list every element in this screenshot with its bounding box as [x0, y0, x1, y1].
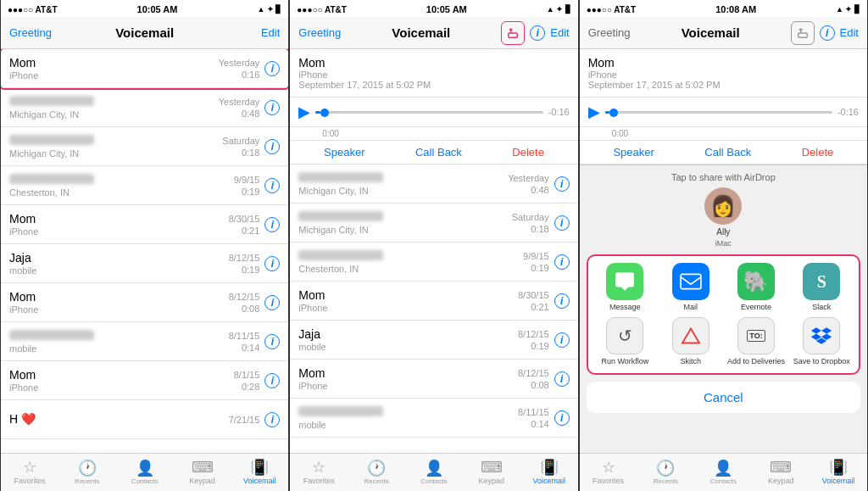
info-icon[interactable]: i [554, 215, 570, 231]
tab-voicemail-1[interactable]: 📳 Voicemail [231, 454, 288, 491]
speaker-button-3[interactable]: Speaker [613, 146, 654, 159]
share-app-message[interactable]: Message [595, 263, 655, 312]
voicemail-item-h[interactable]: H ❤️ 7/21/15 i [1, 400, 288, 439]
callback-button-3[interactable]: Call Back [704, 146, 751, 159]
share-app-deliveries[interactable]: TO: Add to Deliveries [726, 317, 786, 366]
tab-favorites-1[interactable]: ☆ Favorites [1, 454, 58, 491]
nav-edit-2[interactable]: Edit [550, 26, 569, 39]
carrier-3: ●●●○○ AT&T [587, 5, 637, 14]
tab-label: Contacts [420, 477, 448, 485]
info-icon[interactable]: i [554, 293, 570, 309]
tab-favorites-2[interactable]: ☆ Favorites [290, 454, 348, 491]
play-button-3[interactable]: ▶ [588, 103, 600, 121]
play-button[interactable]: ▶ [298, 103, 310, 121]
share-app-skitch[interactable]: Skitch [660, 317, 721, 366]
status-icons-3: ▲ ✦ ▊ [836, 5, 860, 14]
share-button[interactable] [501, 21, 525, 45]
nav-edit-1[interactable]: Edit [237, 26, 280, 39]
voicemail-item-jaja-2[interactable]: Jaja mobile 8/12/15 0:19 i [290, 321, 577, 360]
tab-label: Voicemail [243, 477, 276, 485]
tab-label: Favorites [303, 477, 335, 485]
cancel-button[interactable]: Cancel [587, 382, 860, 413]
deliveries-icon: TO: [737, 317, 775, 354]
app-label: Message [609, 303, 641, 312]
detail-name-3: Mom [588, 56, 859, 70]
info-icon[interactable]: i [264, 178, 280, 193]
info-icon[interactable]: i [264, 334, 280, 349]
voicemail-item-blurred-1[interactable]: Michigan City, IN Yesterday 0:48 i [1, 88, 288, 127]
info-icon[interactable]: i [264, 256, 280, 271]
message-icon [606, 263, 643, 300]
info-icon[interactable]: i [264, 373, 280, 388]
share-app-dropbox[interactable]: Save to Dropbox [792, 317, 852, 366]
voicemail-item-blurred-4[interactable]: mobile 8/11/15 0:14 i [1, 322, 288, 361]
svg-rect-1 [798, 33, 807, 37]
info-icon-detail[interactable]: i [530, 25, 545, 41]
delete-button-3[interactable]: Delete [802, 146, 834, 159]
info-icon[interactable]: i [264, 61, 280, 76]
nav-greeting-3[interactable]: Greeting [588, 26, 631, 39]
airdrop-panel: Tap to share with AirDrop 👩 Ally iMac [580, 165, 867, 453]
info-icon[interactable]: i [554, 410, 570, 426]
voicemail-item-blurred-5[interactable]: Michigan City, IN Yesterday 0:48 i [290, 165, 577, 204]
callback-button[interactable]: Call Back [415, 146, 462, 159]
nav-edit-3[interactable]: Edit [840, 26, 859, 39]
progress-dot-3 [609, 109, 618, 117]
tab-keypad-2[interactable]: ⌨ Keypad [463, 454, 520, 491]
share-app-slack[interactable]: S Slack [792, 263, 852, 312]
voicemail-item-blurred-7[interactable]: Chesterton, IN 9/9/15 0:19 i [290, 243, 577, 282]
tab-voicemail-2[interactable]: 📳 Voicemail [520, 454, 578, 491]
tab-voicemail-3[interactable]: 📳 Voicemail [810, 454, 867, 491]
delete-button[interactable]: Delete [512, 146, 544, 159]
voicemail-list-2: Michigan City, IN Yesterday 0:48 i Michi… [290, 165, 577, 453]
progress-track[interactable] [315, 111, 542, 114]
share-app-evernote[interactable]: 🐘 Evernote [726, 263, 786, 312]
tab-recents-3[interactable]: 🕐 Recents [637, 454, 695, 491]
airdrop-contact-ally[interactable]: 👩 Ally iMac [704, 187, 742, 248]
voicemail-item-blurred-3[interactable]: Chesterton, IN 9/9/15 0:19 i [1, 166, 288, 205]
voicemail-item-jaja-1[interactable]: Jaja mobile 8/12/15 0:19 i [1, 244, 288, 283]
tab-favorites-3[interactable]: ☆ Favorites [580, 454, 637, 491]
info-icon[interactable]: i [264, 295, 280, 310]
keypad-icon: ⌨ [481, 460, 503, 475]
share-button-3[interactable] [791, 21, 815, 45]
info-icon[interactable]: i [264, 412, 280, 427]
voicemail-item-mom-6[interactable]: Mom iPhone 8/12/15 0:08 i [290, 360, 577, 399]
share-app-mail[interactable]: Mail [660, 263, 721, 312]
tab-contacts-3[interactable]: 👤 Contacts [694, 454, 752, 491]
nav-greeting-1[interactable]: Greeting [9, 26, 52, 39]
tab-bar-2: ☆ Favorites 🕐 Recents 👤 Contacts ⌨ Keypa… [290, 453, 577, 491]
progress-track-3[interactable] [605, 111, 832, 114]
info-icon[interactable]: i [264, 139, 280, 154]
tab-keypad-3[interactable]: ⌨ Keypad [752, 454, 810, 491]
info-icon[interactable]: i [554, 176, 570, 192]
tab-recents-2[interactable]: 🕐 Recents [348, 454, 405, 491]
info-icon[interactable]: i [264, 217, 280, 232]
voicemail-item-blurred-6[interactable]: Michigan City, IN Saturday 0:18 i [290, 204, 577, 243]
share-app-workflow[interactable]: ↺ Run Workflow [595, 317, 655, 366]
voicemail-item-blurred-2[interactable]: Michigan City, IN Saturday 0:18 i [1, 127, 288, 166]
vm-date: Yesterday [219, 58, 260, 68]
info-icon[interactable]: i [264, 100, 280, 115]
tab-contacts-2[interactable]: 👤 Contacts [405, 454, 463, 491]
nav-greeting-2[interactable]: Greeting [298, 26, 341, 39]
voicemail-item-mom-2[interactable]: Mom iPhone 8/30/15 0:21 i [1, 205, 288, 244]
voicemail-item-mom-3[interactable]: Mom iPhone 8/12/15 0:08 i [1, 283, 288, 322]
voicemail-item-blurred-8[interactable]: mobile 8/11/15 0:14 i [290, 399, 577, 438]
info-icon[interactable]: i [554, 254, 570, 270]
voicemail-item-mom-4[interactable]: Mom iPhone 8/1/15 0:28 i [1, 361, 288, 400]
tab-recents-1[interactable]: 🕐 Recents [58, 454, 116, 491]
voicemail-item-mom-5[interactable]: Mom iPhone 8/30/15 0:21 i [290, 282, 577, 321]
tab-label: Recents [364, 477, 388, 485]
info-icon[interactable]: i [554, 371, 570, 387]
contacts-icon: 👤 [425, 460, 443, 476]
tab-label: Recents [75, 477, 99, 485]
speaker-button[interactable]: Speaker [324, 146, 364, 159]
status-icons-2: ▲ ✦ ▊ [547, 5, 571, 14]
tab-contacts-1[interactable]: 👤 Contacts [116, 454, 174, 491]
info-icon[interactable]: i [554, 332, 570, 348]
tab-keypad-1[interactable]: ⌨ Keypad [174, 454, 231, 491]
info-icon-3[interactable]: i [820, 25, 835, 41]
detail-sub: iPhone [298, 70, 431, 80]
voicemail-item-mom-selected[interactable]: Mom iPhone Yesterday 0:16 i [1, 49, 288, 88]
